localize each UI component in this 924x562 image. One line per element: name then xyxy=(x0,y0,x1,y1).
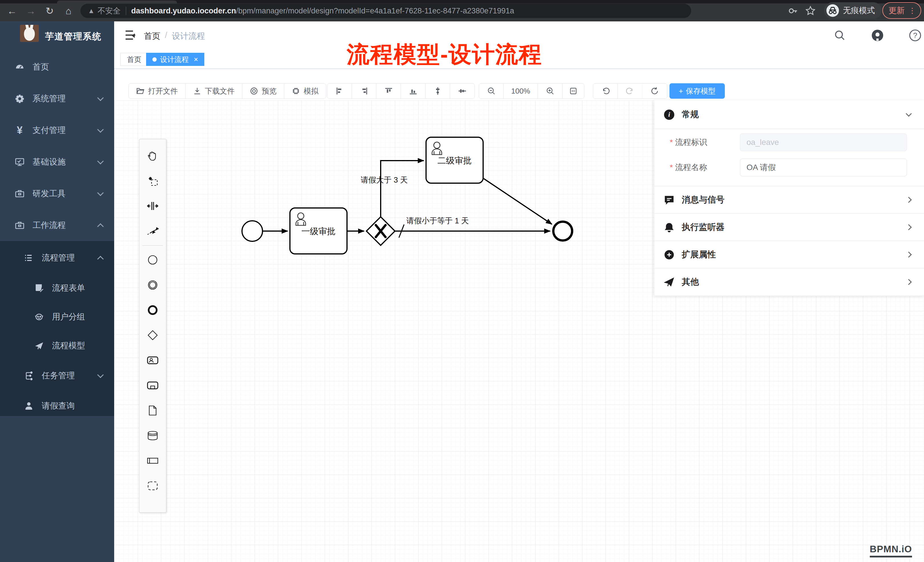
sidebar-item-system[interactable]: 系统管理 xyxy=(0,83,114,114)
reload-icon[interactable]: ↻ xyxy=(44,5,56,16)
field-process-name: * 流程名称 xyxy=(654,158,924,177)
process-key-input[interactable] xyxy=(740,133,907,151)
breadcrumb: 首页 / 设计流程 xyxy=(144,30,205,42)
sidebar-item-label: 任务管理 xyxy=(42,370,75,381)
sidebar-item-label: 流程管理 xyxy=(42,252,75,264)
section-title: 其他 xyxy=(682,276,699,288)
yen-icon: ¥ xyxy=(15,126,24,135)
chevron-down-icon xyxy=(97,126,104,133)
panel-section-general[interactable]: i 常规 xyxy=(654,100,924,129)
field-process-key: * 流程标识 xyxy=(654,133,924,151)
sidebar-item-process-mgmt[interactable]: 流程管理 xyxy=(0,242,114,274)
chevron-down-icon xyxy=(906,111,912,117)
address-bar[interactable]: ▲ 不安全 dashboard.yudao.iocoder.cn/bpm/man… xyxy=(81,4,691,18)
chevron-down-icon xyxy=(97,95,104,101)
svg-text:?: ? xyxy=(913,31,917,40)
chevron-right-icon xyxy=(906,279,912,285)
sidebar-item-workflow[interactable]: 工作流程 xyxy=(0,210,114,241)
forward-icon[interactable]: → xyxy=(25,5,36,16)
url-host: dashboard.yudao.iocoder.cn xyxy=(131,7,236,15)
app-title: 芋道管理系统 xyxy=(45,30,102,42)
panel-section-listeners[interactable]: 执行监听器 xyxy=(654,214,924,241)
breadcrumb-separator: / xyxy=(165,30,167,42)
chevron-down-icon xyxy=(97,372,104,378)
browser-chrome: ← → ↻ ⌂ ▲ 不安全 dashboard.yudao.iocoder.cn… xyxy=(0,0,924,21)
person-icon xyxy=(24,401,34,411)
github-icon[interactable] xyxy=(871,29,884,42)
toolbox-icon xyxy=(15,189,24,199)
field-label: 流程标识 xyxy=(675,137,720,148)
browser-active-tab[interactable] xyxy=(57,1,177,3)
close-tab-icon[interactable]: × xyxy=(194,55,198,64)
panel-section-messages[interactable]: 消息与信号 xyxy=(654,186,924,214)
bpmn-io-watermark[interactable]: BPMN.iO xyxy=(870,544,912,558)
bookmark-star-icon[interactable] xyxy=(805,6,816,16)
tab-label: 首页 xyxy=(127,55,141,64)
bpmn-canvas[interactable]: 打开文件 下载文件 预览 模拟 xyxy=(114,69,924,562)
help-icon[interactable]: ? xyxy=(909,29,922,42)
condition-label-le1: 请假小于等于 1 天 xyxy=(406,217,469,225)
bell-icon xyxy=(664,222,674,232)
tab-label: 设计流程 xyxy=(160,55,189,64)
home-icon[interactable]: ⌂ xyxy=(63,5,74,16)
sidebar-item-payment[interactable]: ¥ 支付管理 xyxy=(0,115,114,146)
update-label: 更新 xyxy=(889,5,904,16)
form-edit-icon xyxy=(34,283,44,293)
chevron-right-icon xyxy=(906,197,912,203)
flow-gateway-to-task2[interactable] xyxy=(381,160,424,217)
browser-menu-icon[interactable]: ⋮ xyxy=(909,6,916,15)
chevron-down-icon xyxy=(97,158,104,165)
sidebar-item-label: 流程模型 xyxy=(52,340,85,351)
active-dot-icon xyxy=(152,57,157,61)
view-tab-home[interactable]: 首页 xyxy=(120,53,148,66)
end-event[interactable] xyxy=(554,222,572,240)
sidebar-item-label: 请假查询 xyxy=(42,400,75,412)
paper-plane-icon xyxy=(34,341,44,351)
sidebar-item-task-mgmt[interactable]: 任务管理 xyxy=(0,360,114,391)
app-logo xyxy=(20,25,39,42)
section-title: 常规 xyxy=(682,109,699,120)
message-icon xyxy=(664,195,674,205)
sidebar-item-infra[interactable]: 基础设施 xyxy=(0,146,114,178)
sidebar-item-label: 工作流程 xyxy=(33,220,66,231)
password-key-icon[interactable] xyxy=(788,6,798,16)
sidebar-item-label: 基础设施 xyxy=(33,156,66,168)
sidebar: 芋道管理系统 首页 系统管理 ¥ 支付管理 基础设施 xyxy=(0,21,114,562)
update-button[interactable]: 更新 ⋮ xyxy=(882,2,921,19)
paper-plane-icon xyxy=(664,277,674,287)
sidebar-item-process-model[interactable]: 流程模型 xyxy=(0,330,114,361)
start-event[interactable] xyxy=(242,221,262,241)
search-icon[interactable] xyxy=(833,29,846,42)
required-mark: * xyxy=(670,138,673,147)
sidebar-item-label: 研发工具 xyxy=(33,188,66,199)
process-name-input[interactable] xyxy=(740,159,907,176)
sidebar-item-home[interactable]: 首页 xyxy=(0,51,114,83)
panel-section-extensions[interactable]: 扩展属性 xyxy=(654,241,924,268)
sidebar-item-label: 流程表单 xyxy=(52,282,85,294)
panel-section-other[interactable]: 其他 xyxy=(654,268,924,296)
required-mark: * xyxy=(670,163,673,172)
sidebar-item-devtools[interactable]: 研发工具 xyxy=(0,178,114,210)
section-title: 执行监听器 xyxy=(682,221,724,233)
section-title: 扩展属性 xyxy=(682,249,716,261)
sidebar-item-leave-query[interactable]: 请假查询 xyxy=(0,390,114,422)
task2-label: 二级审批 xyxy=(438,156,472,165)
field-label: 流程名称 xyxy=(675,162,720,173)
sidebar-item-process-form[interactable]: 流程表单 xyxy=(0,273,114,304)
view-tab-design[interactable]: 设计流程 × xyxy=(146,53,204,66)
properties-panel: i 常规 * 流程标识 * 流程名称 消息与信号 xyxy=(654,100,924,296)
task1-label: 一级审批 xyxy=(302,226,336,236)
incognito-badge: 无痕模式 xyxy=(824,2,882,19)
toolbox-icon xyxy=(15,220,24,230)
collapse-sidebar-icon[interactable] xyxy=(123,30,135,41)
breadcrumb-home[interactable]: 首页 xyxy=(144,30,160,42)
section-title: 消息与信号 xyxy=(682,194,724,206)
sidebar-item-user-group[interactable]: 用户分组 xyxy=(0,301,114,333)
back-icon[interactable]: ← xyxy=(6,5,18,16)
security-label[interactable]: 不安全 xyxy=(98,6,121,16)
annotation-title: 流程模型-设计流程 xyxy=(347,39,542,70)
chevron-up-icon xyxy=(97,256,104,262)
flow-task2-to-end[interactable] xyxy=(483,178,552,224)
sidebar-item-label: 支付管理 xyxy=(33,125,66,136)
gear-icon xyxy=(15,94,24,103)
